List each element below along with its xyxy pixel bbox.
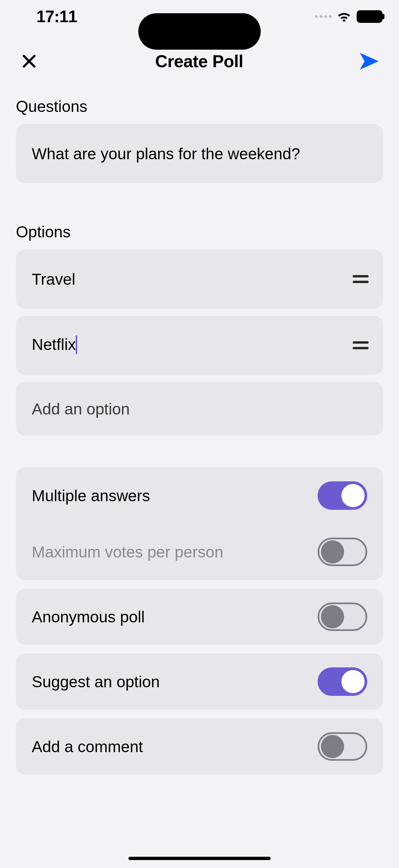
multiple-answers-row: Multiple answers [16, 467, 383, 524]
settings-card-anonymous: Anonymous poll [16, 589, 383, 645]
dynamic-island [138, 13, 261, 50]
anonymous-label: Anonymous poll [32, 608, 318, 626]
max-votes-label: Maximum votes per person [32, 543, 318, 561]
text-cursor [76, 335, 77, 354]
add-option-label: Add an option [32, 400, 130, 418]
status-time: 17:11 [16, 7, 116, 26]
multiple-answers-label: Multiple answers [32, 487, 318, 505]
close-icon [21, 53, 37, 69]
question-input[interactable] [32, 145, 367, 163]
option-input-1[interactable] [32, 270, 352, 288]
status-indicators [283, 10, 383, 23]
option-row-2[interactable]: Netflix [16, 316, 383, 375]
option-row-1[interactable] [16, 250, 383, 309]
status-bar: 17:11 [0, 0, 399, 33]
settings-card-answers: Multiple answers Maximum votes per perso… [16, 467, 383, 580]
multiple-answers-toggle[interactable] [318, 481, 367, 510]
settings-card-comment: Add a comment [16, 718, 383, 775]
max-votes-toggle[interactable] [318, 538, 367, 566]
anonymous-row: Anonymous poll [16, 589, 383, 645]
questions-section-label: Questions [16, 97, 383, 116]
home-indicator[interactable] [128, 857, 271, 860]
battery-icon [357, 10, 383, 23]
anonymous-toggle[interactable] [318, 602, 367, 631]
drag-handle-icon[interactable] [352, 341, 370, 349]
options-section-label: Options [16, 223, 383, 241]
max-votes-row: Maximum votes per person [16, 524, 383, 580]
question-field[interactable] [16, 124, 383, 183]
comment-toggle[interactable] [318, 732, 367, 761]
settings-card-suggest: Suggest an option [16, 653, 383, 710]
cellular-icon [315, 15, 332, 18]
page-title: Create Poll [155, 51, 243, 71]
suggest-label: Suggest an option [32, 673, 318, 691]
send-button[interactable] [356, 48, 383, 74]
suggest-row: Suggest an option [16, 653, 383, 710]
suggest-toggle[interactable] [318, 668, 367, 696]
comment-label: Add a comment [32, 738, 318, 756]
close-button[interactable] [16, 48, 42, 74]
option-input-2[interactable]: Netflix [32, 335, 352, 355]
comment-row: Add a comment [16, 718, 383, 775]
send-icon [358, 50, 380, 72]
add-option-button[interactable]: Add an option [16, 382, 383, 436]
drag-handle-icon[interactable] [352, 275, 370, 283]
wifi-icon [337, 11, 351, 22]
